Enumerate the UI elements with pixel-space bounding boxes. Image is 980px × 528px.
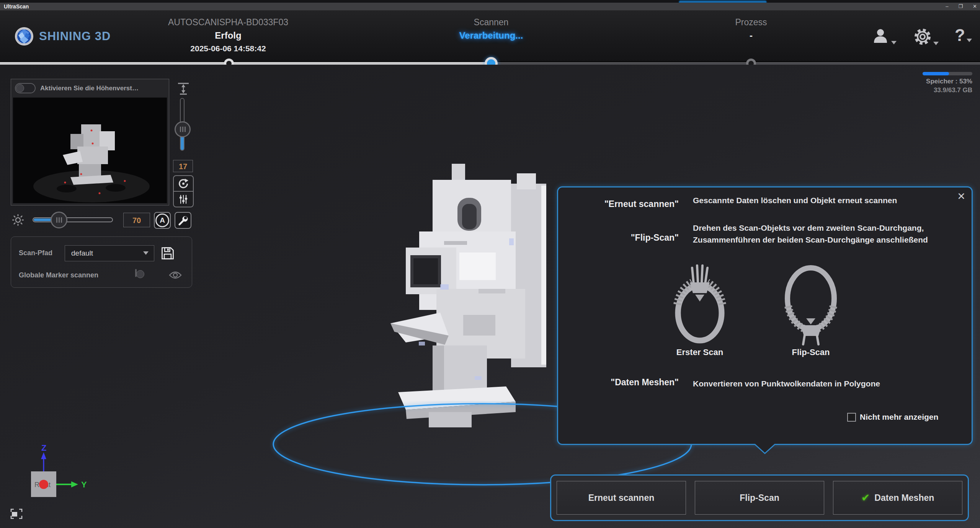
rescan-button-label: Erneut scannen	[588, 493, 655, 503]
save-path-button[interactable]	[160, 246, 175, 261]
shining3d-globe-icon	[15, 27, 34, 46]
reset-rotation-button[interactable]	[174, 176, 193, 191]
progress-track-done	[0, 62, 491, 65]
flip-scan-ring-image	[767, 261, 855, 347]
step-status: -	[644, 30, 858, 41]
scan-path-label: Scan-Pfad	[19, 249, 52, 257]
brand-name: SHINING 3D	[39, 29, 111, 43]
scanned-model[interactable]	[383, 163, 567, 430]
dismiss-row: Nicht mehr anzeigen	[847, 412, 938, 422]
window-title: UltraScan	[4, 3, 29, 10]
brightness-slider-handle[interactable]	[51, 212, 67, 228]
wrench-icon	[177, 215, 189, 226]
minimize-button[interactable]: –	[946, 3, 948, 10]
step-status: Erfolg	[121, 30, 335, 41]
popup-term-flip-scan: "Flip-Scan"	[558, 233, 679, 243]
brand-logo: SHINING 3D	[15, 27, 111, 46]
global-marker-label: Globale Marker scannen	[19, 271, 98, 279]
step-status-processing: Verarbeitung...	[384, 30, 598, 41]
dismiss-label: Nicht mehr anzeigen	[860, 412, 938, 422]
gear-icon	[913, 28, 932, 46]
auto-brightness-button[interactable]: A	[154, 212, 171, 229]
rescan-button[interactable]: Erneut scannen	[557, 481, 686, 515]
preview-tool-buttons	[173, 175, 194, 207]
rotate-reset-icon	[178, 178, 189, 189]
storage-usage: 33.9/63.7 GB	[877, 86, 972, 94]
height-adjust-label: Aktivieren Sie die Höhenverst…	[40, 85, 139, 92]
help-menu[interactable]: ?	[955, 28, 972, 43]
step-scan-job: AUTOSCANISPHA-BD033F03 Erfolg 2025-06-06…	[121, 17, 335, 53]
scan-actions-help-popup: ✕ "Erneut scannen" Gescannte Daten lösch…	[557, 186, 973, 445]
progress-track-todo	[491, 62, 980, 65]
mesh-data-button-label: Daten Meshen	[874, 493, 934, 503]
scan-path-dropdown[interactable]: default	[65, 245, 154, 261]
popup-close-icon[interactable]: ✕	[957, 191, 965, 202]
y-axis-label: Y	[81, 480, 87, 489]
settings-menu[interactable]	[913, 28, 939, 46]
ultrascan-app: { "window": { "title": "UltraScan", "min…	[0, 0, 980, 528]
scan-path-value: default	[71, 249, 143, 257]
step-title: Scannen	[384, 17, 598, 28]
scan-settings-group: Scan-Pfad default Globale Marker scannen	[11, 236, 192, 288]
popup-term-daten-meshen: "Daten Meshen"	[558, 377, 679, 388]
camera-preview-image[interactable]	[13, 98, 167, 203]
storage-bar-fill	[923, 72, 949, 75]
close-button[interactable]: ✕	[973, 3, 977, 10]
user-menu[interactable]	[872, 28, 897, 45]
equalizer-icon	[178, 194, 189, 205]
chevron-down-icon	[143, 251, 149, 255]
height-adjust-toggle[interactable]	[15, 83, 36, 93]
chevron-down-icon	[933, 42, 939, 45]
fit-view-button[interactable]	[10, 508, 23, 520]
orientation-gizmo[interactable]: Z Right Y	[18, 440, 91, 505]
popup-desc-daten-meshen: Konvertieren von Punktwolkendaten in Pol…	[693, 378, 946, 389]
z-axis-label: Z	[41, 443, 46, 453]
flip-scan-figure-label: Flip-Scan	[761, 347, 861, 357]
height-value[interactable]: 17	[173, 160, 193, 172]
popup-tail	[753, 443, 777, 454]
popup-term-erneut-scannen: "Erneut scannen"	[558, 199, 679, 209]
chevron-down-icon	[967, 39, 972, 42]
brightness-icon	[11, 213, 24, 227]
storage-summary: Speicher : 53%	[877, 78, 972, 85]
user-icon	[872, 28, 890, 45]
window-title-bar[interactable]: UltraScan – ❐ ✕	[0, 3, 980, 10]
top-strip	[0, 0, 980, 3]
scan-action-bar: Erneut scannen Flip-Scan ✔ Daten Meshen	[550, 474, 969, 521]
adjust-params-button[interactable]	[174, 192, 193, 207]
step-title: AUTOSCANISPHA-BD033F03	[121, 17, 335, 28]
flip-scan-button[interactable]: Flip-Scan	[695, 481, 824, 515]
flip-scan-button-label: Flip-Scan	[740, 493, 779, 503]
mesh-data-button[interactable]: ✔ Daten Meshen	[833, 481, 962, 515]
calibration-tools-button[interactable]	[175, 212, 191, 229]
save-icon	[160, 246, 175, 261]
eye-icon[interactable]	[169, 271, 182, 280]
dismiss-checkbox[interactable]	[847, 413, 856, 422]
first-scan-ring-image	[656, 262, 744, 346]
camera-preview-panel: Aktivieren Sie die Höhenverst…	[11, 79, 169, 205]
step-timestamp: 2025-06-06 14:58:42	[121, 44, 335, 53]
chevron-down-icon	[891, 41, 897, 44]
step-prozess: Prozess -	[644, 17, 858, 41]
popup-desc-flip-scan: Drehen des Scan-Objekts vor dem zweiten …	[693, 222, 946, 246]
restore-button[interactable]: ❐	[958, 3, 963, 10]
height-range-icon	[177, 82, 190, 96]
height-slider-handle[interactable]	[175, 121, 191, 137]
step-title: Prozess	[644, 17, 858, 28]
help-icon: ?	[955, 28, 965, 43]
global-marker-toggle[interactable]	[135, 269, 137, 277]
green-check-icon: ✔	[861, 492, 870, 504]
auto-icon: A	[155, 213, 169, 227]
step-scannen: Scannen Verarbeitung...	[384, 17, 598, 41]
first-scan-figure-label: Erster Scan	[650, 347, 750, 357]
brightness-value[interactable]: 70	[123, 213, 150, 227]
fit-screen-icon	[10, 508, 23, 520]
popup-desc-erneut-scannen: Gescannte Daten löschen und Objekt erneu…	[693, 194, 946, 206]
